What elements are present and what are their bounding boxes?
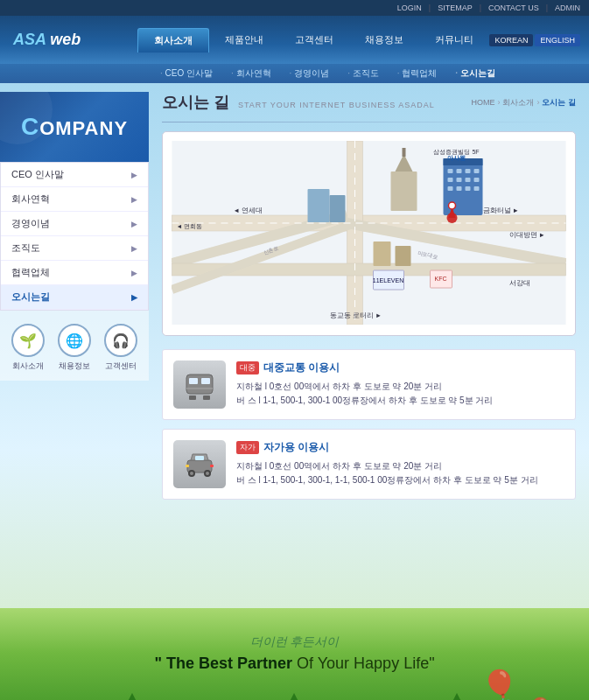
handwriting-text: 더이런 후든서이 xyxy=(13,634,576,650)
arrow-icon: ▶ xyxy=(131,269,137,277)
sidebar-item-directions[interactable]: 오시는길 ▶ xyxy=(1,285,148,310)
car-badge: 자가 xyxy=(236,441,259,454)
main-content: 오시는 길 START YOUR INTERNET BUSINESS ASADA… xyxy=(149,83,589,608)
icon-recruit[interactable]: 🌐 채용정보 xyxy=(58,324,91,372)
svg-rect-18 xyxy=(474,178,480,182)
svg-rect-13 xyxy=(466,169,471,173)
transport-car-text: 자가 자가용 이용시 지하철 l 0호선 00역에서 하차 후 도보로 약 20… xyxy=(236,440,564,488)
subnav-management[interactable]: 경영이념 xyxy=(283,67,337,80)
svg-rect-30 xyxy=(374,242,391,266)
nav-community[interactable]: 커뮤니티 xyxy=(419,28,489,52)
svg-text:◄ 연세대: ◄ 연세대 xyxy=(234,206,263,214)
subnav-history[interactable]: 회사연혁 xyxy=(224,67,278,80)
subnav-org[interactable]: 조직도 xyxy=(340,67,386,80)
transport-car-line1: 지하철 l 0호선 00역에서 하차 후 도보로 약 20분 거리 xyxy=(236,459,564,473)
balloon-decoration: 🎈 xyxy=(480,668,519,700)
lang-area: KOREAN ENGLISH xyxy=(489,34,589,46)
sidebar-item-ceo[interactable]: CEO 인사말 ▶ xyxy=(1,163,148,187)
quote-normal: Of Your Happy Life" xyxy=(297,654,435,672)
svg-rect-51 xyxy=(203,396,210,400)
breadcrumb-home[interactable]: HOME xyxy=(471,98,494,107)
svg-rect-25 xyxy=(391,172,417,211)
balloon-decoration-2: 🎈 xyxy=(527,696,554,700)
transport-public-title: 대중 대중교통 이용시 xyxy=(236,360,564,375)
login-link[interactable]: LOGIN xyxy=(397,4,422,12)
arrow-icon: ▶ xyxy=(131,171,137,179)
recruit-icon-label: 채용정보 xyxy=(59,360,90,372)
nav-recruit[interactable]: 채용정보 xyxy=(349,28,419,52)
transport-public-line1: 지하철 l 0호선 00역에서 하차 후 도보로 약 20분 거리 xyxy=(236,380,564,394)
svg-text:KFC: KFC xyxy=(435,276,447,282)
customer-icon: 🎧 xyxy=(104,324,137,357)
map-container: 삼성증권빌딩 5F 아사웹 11ELEVEN KFC xyxy=(162,131,576,336)
svg-rect-28 xyxy=(308,189,330,222)
svg-rect-17 xyxy=(466,178,471,182)
title-divider xyxy=(162,122,576,122)
svg-rect-20 xyxy=(457,186,462,191)
english-button[interactable]: ENGLISH xyxy=(535,34,580,46)
sidebar-menu: CEO 인사말 ▶ 회사연혁 ▶ 경영이념 ▶ 조직도 ▶ 협력업체 ▶ 오시는… xyxy=(0,162,149,311)
contact-link[interactable]: CONTACT US xyxy=(488,4,539,12)
subnav-directions[interactable]: 오시는길 xyxy=(448,67,502,80)
top-bar: LOGIN | SITEMAP | CONTACT US | ADMIN xyxy=(0,0,589,16)
content-area: COMPANY CEO 인사말 ▶ 회사연혁 ▶ 경영이념 ▶ 조직도 ▶ 협력… xyxy=(0,83,589,608)
svg-rect-16 xyxy=(457,178,462,182)
admin-link[interactable]: ADMIN xyxy=(555,4,580,12)
quote-bold: " The Best Partner xyxy=(154,654,292,672)
svg-rect-49 xyxy=(201,378,210,384)
svg-point-56 xyxy=(190,472,193,475)
page-subtitle: START YOUR INTERNET BUSINESS ASADAL xyxy=(238,101,435,109)
svg-rect-14 xyxy=(474,169,480,173)
svg-point-38 xyxy=(449,202,456,209)
svg-text:이대방면 ►: 이대방면 ► xyxy=(509,231,546,239)
subnav-partner[interactable]: 협력업체 xyxy=(390,67,445,80)
sidebar-item-org[interactable]: 조직도 ▶ xyxy=(1,236,148,261)
svg-rect-15 xyxy=(448,178,453,182)
arrow-icon: ▶ xyxy=(131,244,137,253)
svg-rect-12 xyxy=(457,169,462,173)
subnav-ceo[interactable]: CEO 인사말 xyxy=(153,67,220,80)
sub-nav: CEO 인사말 회사연혁 경영이념 조직도 협력업체 오시는길 xyxy=(0,64,589,83)
tree-6 xyxy=(441,693,473,700)
sitemap-link[interactable]: SITEMAP xyxy=(438,4,473,12)
svg-rect-29 xyxy=(330,195,346,222)
svg-text:서강대: 서강대 xyxy=(509,279,530,287)
svg-rect-60 xyxy=(186,465,189,467)
svg-rect-31 xyxy=(396,246,411,266)
svg-text:동교동 로터리 ►: 동교동 로터리 ► xyxy=(330,312,382,319)
svg-rect-59 xyxy=(195,456,204,460)
tree-2 xyxy=(116,693,148,700)
breadcrumb-company[interactable]: 회사소개 xyxy=(502,97,534,108)
main-nav: 회사소개 제품안내 고객센터 채용정보 커뮤니티 xyxy=(137,28,489,52)
page-title-area: 오시는 길 START YOUR INTERNET BUSINESS ASADA… xyxy=(162,92,435,113)
sidebar-item-history[interactable]: 회사연혁 ▶ xyxy=(1,187,148,212)
company-icon-label: 회사소개 xyxy=(12,360,44,372)
transport-car-icon xyxy=(173,440,226,488)
header: ASA web 회사소개 제품안내 고객센터 채용정보 커뮤니티 KOREAN … xyxy=(0,16,589,64)
nav-company[interactable]: 회사소개 xyxy=(137,28,209,52)
tree-4 xyxy=(278,693,310,700)
public-badge: 대중 xyxy=(236,361,259,374)
svg-rect-27 xyxy=(403,148,406,157)
icon-customer[interactable]: 🎧 고객센터 xyxy=(104,324,137,372)
nav-customer[interactable]: 고객센터 xyxy=(279,28,349,52)
icon-company[interactable]: 🌱 회사소개 xyxy=(11,324,45,372)
svg-text:아사웹: 아사웹 xyxy=(447,155,466,162)
arrow-icon: ▶ xyxy=(131,220,137,228)
company-icon: 🌱 xyxy=(11,324,45,357)
svg-rect-48 xyxy=(189,378,198,384)
svg-rect-50 xyxy=(189,396,196,400)
footer-area: 더이런 후든서이 " The Best Partner Of Your Happ… xyxy=(0,608,589,700)
arrow-icon: ▶ xyxy=(131,293,137,302)
logo[interactable]: ASA web xyxy=(13,31,81,49)
transport-car-title: 자가 자가용 이용시 xyxy=(236,440,564,455)
nav-product[interactable]: 제품안내 xyxy=(209,28,279,52)
sidebar-item-partner[interactable]: 협력업체 ▶ xyxy=(1,261,148,285)
korean-button[interactable]: KOREAN xyxy=(489,34,533,46)
transport-public-text: 대중 대중교통 이용시 지하철 l 0호선 00역에서 하차 후 도보로 약 2… xyxy=(236,360,564,409)
page-title: 오시는 길 xyxy=(162,92,229,113)
sidebar-item-management[interactable]: 경영이념 ▶ xyxy=(1,212,148,236)
page-header: 오시는 길 START YOUR INTERNET BUSINESS ASADA… xyxy=(162,92,576,113)
company-title: COMPANY xyxy=(21,113,128,141)
sidebar: COMPANY CEO 인사말 ▶ 회사연혁 ▶ 경영이념 ▶ 조직도 ▶ 협력… xyxy=(0,83,149,608)
